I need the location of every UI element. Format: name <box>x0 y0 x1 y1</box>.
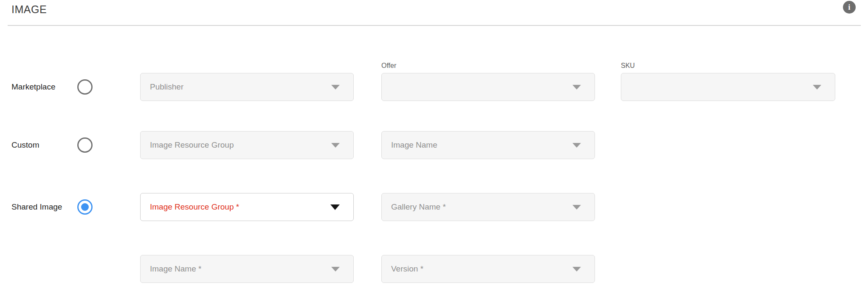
custom-image-resource-group-placeholder: Image Resource Group <box>150 140 234 150</box>
custom-image-name-dropdown[interactable]: Image Name <box>381 131 595 159</box>
chevron-down-icon <box>331 267 340 271</box>
shared-image-name-dropdown[interactable]: Image Name * <box>140 255 354 283</box>
version-dropdown[interactable]: Version * <box>381 255 595 283</box>
custom-option-label: Custom <box>11 140 39 150</box>
publisher-dropdown[interactable]: Publisher <box>140 73 354 101</box>
section-divider <box>8 25 861 26</box>
gallery-name-placeholder: Gallery Name * <box>391 202 446 212</box>
custom-image-name-placeholder: Image Name <box>391 140 437 150</box>
shared-image-resource-group-placeholder: Image Resource Group * <box>150 202 239 212</box>
chevron-down-icon <box>572 143 581 148</box>
custom-image-resource-group-dropdown[interactable]: Image Resource Group <box>140 131 354 159</box>
sku-dropdown[interactable] <box>621 73 835 101</box>
info-icon[interactable]: i <box>843 1 856 14</box>
chevron-down-icon <box>813 85 821 90</box>
marketplace-radio[interactable] <box>77 79 93 95</box>
info-icon-glyph: i <box>848 3 850 12</box>
gallery-name-dropdown[interactable]: Gallery Name * <box>381 193 595 221</box>
offer-dropdown[interactable] <box>381 73 595 101</box>
section-title: IMAGE <box>11 3 47 16</box>
chevron-down-icon <box>572 205 581 210</box>
marketplace-option-label: Marketplace <box>11 82 56 92</box>
chevron-down-icon <box>572 85 581 90</box>
custom-radio[interactable] <box>77 137 93 153</box>
shared-image-radio[interactable] <box>77 199 93 215</box>
chevron-down-icon <box>331 143 340 148</box>
chevron-down-icon <box>331 85 340 90</box>
shared-image-option-label: Shared Image <box>11 202 62 212</box>
sku-field-label: SKU <box>621 62 835 70</box>
chevron-down-icon <box>572 267 581 271</box>
shared-image-name-placeholder: Image Name * <box>150 264 201 274</box>
shared-image-resource-group-dropdown[interactable]: Image Resource Group * <box>140 193 354 221</box>
image-section: IMAGE i Marketplace Publisher Offer SKU … <box>0 0 868 291</box>
offer-field-label: Offer <box>381 62 396 70</box>
publisher-dropdown-placeholder: Publisher <box>150 82 183 92</box>
chevron-down-icon <box>330 204 340 210</box>
version-placeholder: Version * <box>391 264 423 274</box>
